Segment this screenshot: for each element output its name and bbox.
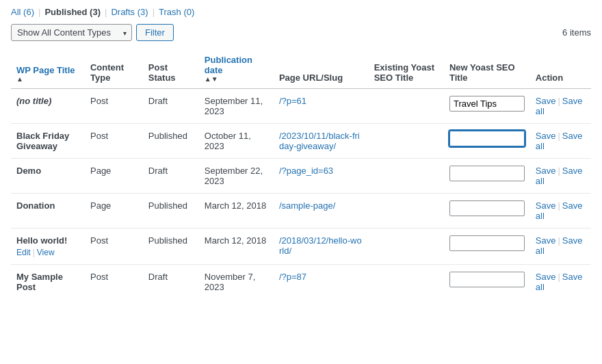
cell-content-type: Page xyxy=(85,194,143,229)
row-action-edit[interactable]: Edit xyxy=(16,248,31,257)
cell-post-status: Published xyxy=(143,229,199,265)
save-link[interactable]: Save xyxy=(536,235,556,246)
new-seo-input[interactable] xyxy=(449,235,525,251)
cell-post-status: Published xyxy=(143,124,199,159)
cell-url: /?page_id=63 xyxy=(274,159,369,194)
th-content-type: Content Type xyxy=(85,49,143,89)
row-action-view[interactable]: View xyxy=(37,248,55,257)
row-title: Black Friday Giveaway xyxy=(16,131,69,151)
cell-new-seo xyxy=(444,229,530,265)
cell-action: Save|Save all xyxy=(530,194,591,229)
cell-action: Save|Save all xyxy=(530,89,591,124)
items-count: 6 items xyxy=(562,27,591,38)
cell-title: Demo xyxy=(11,159,85,194)
th-post-status: Post Status xyxy=(143,49,199,89)
cell-pub-date: March 12, 2018 xyxy=(199,229,274,265)
filter-drafts[interactable]: Drafts (3) xyxy=(111,7,148,17)
cell-post-status: Published xyxy=(143,194,199,229)
tablenav-left: Show All Content Types ▾ Filter xyxy=(11,24,174,41)
cell-content-type: Post xyxy=(85,89,143,124)
th-action: Action xyxy=(530,49,591,89)
cell-existing-seo xyxy=(369,194,444,229)
table-row: Black Friday GiveawayPostPublishedOctobe… xyxy=(11,124,591,159)
url-link[interactable]: /?p=61 xyxy=(279,96,306,106)
table-row: DemoPageDraftSeptember 22, 2023/?page_id… xyxy=(11,159,591,194)
tablenav: Show All Content Types ▾ Filter 6 items xyxy=(11,24,591,41)
trash-count: 0 xyxy=(187,7,192,17)
all-count: 6 xyxy=(26,7,31,17)
cell-content-type: Post xyxy=(85,124,143,159)
table-row: (no title)PostDraftSeptember 11, 2023/?p… xyxy=(11,89,591,124)
new-seo-input[interactable] xyxy=(449,200,525,216)
cell-new-seo xyxy=(444,194,530,229)
sort-publication-date[interactable]: Publication date xyxy=(205,55,252,75)
th-wp-page-title: WP Page Title ▲ xyxy=(11,49,85,89)
table-row: My Sample PostPostDraftNovember 7, 2023/… xyxy=(11,265,591,300)
table-body: (no title)PostDraftSeptember 11, 2023/?p… xyxy=(11,89,591,300)
cell-existing-seo xyxy=(369,159,444,194)
cell-url: /2023/10/11/black-friday-giveaway/ xyxy=(274,124,369,159)
published-label: Published xyxy=(44,7,87,17)
filter-links: All (6) | Published (3) | Drafts (3) | T… xyxy=(11,7,591,17)
cell-url: /?p=87 xyxy=(274,265,369,300)
save-link[interactable]: Save xyxy=(536,272,556,282)
cell-new-seo xyxy=(444,89,530,124)
cell-title: Black Friday Giveaway xyxy=(11,124,85,159)
filter-all[interactable]: All (6) xyxy=(11,7,34,17)
cell-existing-seo xyxy=(369,89,444,124)
url-link[interactable]: /?page_id=63 xyxy=(279,166,333,176)
cell-existing-seo xyxy=(369,229,444,265)
row-title: Demo xyxy=(16,166,41,176)
save-link[interactable]: Save xyxy=(536,131,556,141)
cell-pub-date: October 11, 2023 xyxy=(199,124,274,159)
cell-pub-date: September 11, 2023 xyxy=(199,89,274,124)
cell-content-type: Post xyxy=(85,229,143,265)
th-existing-seo: Existing Yoast SEO Title xyxy=(369,49,444,89)
trash-label: Trash xyxy=(159,7,181,17)
cell-pub-date: March 12, 2018 xyxy=(199,194,274,229)
save-link[interactable]: Save xyxy=(536,166,556,176)
table-row: Hello world!Edit|ViewPostPublishedMarch … xyxy=(11,229,591,265)
filter-trash[interactable]: Trash (0) xyxy=(159,7,194,17)
new-seo-input[interactable] xyxy=(449,131,525,146)
cell-title: My Sample Post xyxy=(11,265,85,300)
cell-url: /?p=61 xyxy=(274,89,369,124)
save-link[interactable]: Save xyxy=(536,96,556,106)
cell-post-status: Draft xyxy=(143,159,199,194)
new-seo-input[interactable] xyxy=(449,272,525,287)
sort-wp-page-title[interactable]: WP Page Title xyxy=(16,65,75,75)
drafts-label: Drafts xyxy=(111,7,135,17)
table-row: DonationPagePublishedMarch 12, 2018/samp… xyxy=(11,194,591,229)
cell-existing-seo xyxy=(369,124,444,159)
published-count: 3 xyxy=(92,7,97,17)
cell-url: /sample-page/ xyxy=(274,194,369,229)
cell-content-type: Page xyxy=(85,159,143,194)
row-title: My Sample Post xyxy=(16,272,63,292)
url-link[interactable]: /2023/10/11/black-friday-giveaway/ xyxy=(279,131,360,151)
cell-action: Save|Save all xyxy=(530,265,591,300)
cell-content-type: Post xyxy=(85,265,143,300)
filter-button[interactable]: Filter xyxy=(136,24,174,41)
cell-url: /2018/03/12/hello-world/ xyxy=(274,229,369,265)
row-title: (no title) xyxy=(16,96,51,106)
table-header-row: WP Page Title ▲ Content Type Post Status… xyxy=(11,49,591,89)
url-link[interactable]: /sample-page/ xyxy=(279,200,335,211)
new-seo-input[interactable] xyxy=(449,96,525,112)
new-seo-input[interactable] xyxy=(449,166,525,181)
th-publication-date: Publication date ▲▼ xyxy=(199,49,274,89)
all-label: All xyxy=(11,7,21,17)
cell-action: Save|Save all xyxy=(530,229,591,265)
cell-pub-date: September 22, 2023 xyxy=(199,159,274,194)
filter-published[interactable]: Published (3) xyxy=(44,7,101,17)
url-link[interactable]: /?p=87 xyxy=(279,272,306,282)
content-type-select[interactable]: Show All Content Types xyxy=(11,24,132,41)
save-link[interactable]: Save xyxy=(536,200,556,211)
cell-post-status: Draft xyxy=(143,89,199,124)
url-link[interactable]: /2018/03/12/hello-world/ xyxy=(279,235,362,256)
cell-pub-date: November 7, 2023 xyxy=(199,265,274,300)
drafts-count: 3 xyxy=(140,7,145,17)
cell-title: Hello world!Edit|View xyxy=(11,229,85,265)
cell-title: (no title) xyxy=(11,89,85,124)
cell-new-seo xyxy=(444,159,530,194)
cell-post-status: Draft xyxy=(143,265,199,300)
